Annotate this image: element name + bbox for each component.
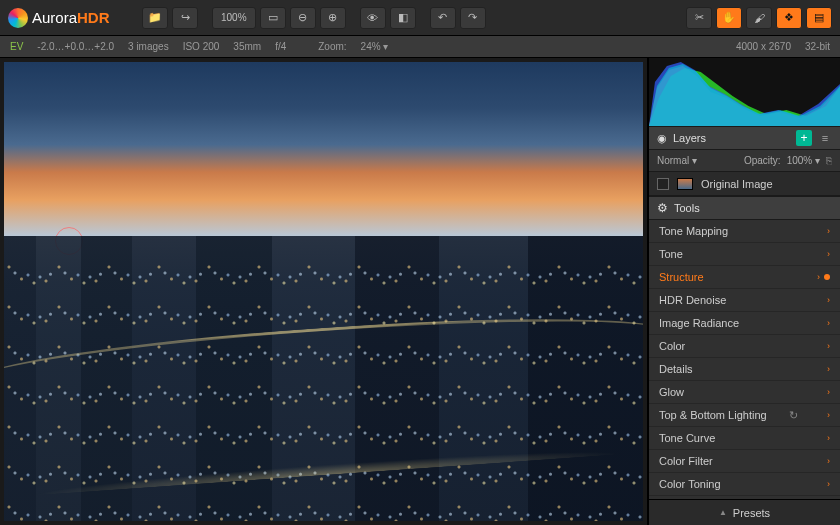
active-dot-icon <box>824 274 830 280</box>
crop-button[interactable]: ✂ <box>686 7 712 29</box>
tool-row-color-toning[interactable]: Color Toning› <box>649 473 840 496</box>
chevron-right-icon: › <box>827 387 830 397</box>
photo-preview <box>4 62 643 521</box>
tool-label: Tone Curve <box>659 432 715 444</box>
tool-row-image-radiance[interactable]: Image Radiance› <box>649 312 840 335</box>
layers-toggle-button[interactable]: ❖ <box>776 7 802 29</box>
zoom-out-icon: ⊖ <box>298 11 307 24</box>
tool-row-structure[interactable]: Structure› <box>649 266 840 289</box>
share-icon: ↪ <box>181 11 190 24</box>
compare-button[interactable]: ◧ <box>390 7 416 29</box>
tool-label: Tone Mapping <box>659 225 728 237</box>
tool-label: Details <box>659 363 693 375</box>
tools-header: Tools <box>649 196 840 220</box>
blend-mode-dropdown[interactable]: Normal ▾ <box>657 155 697 166</box>
preview-button[interactable]: 👁 <box>360 7 386 29</box>
tool-label: HDR Denoise <box>659 294 726 306</box>
undo-icon: ↶ <box>438 11 447 24</box>
fit-screen-button[interactable]: ▭ <box>260 7 286 29</box>
export-button[interactable]: ↪ <box>172 7 198 29</box>
tool-row-glow[interactable]: Glow› <box>649 381 840 404</box>
tool-label: Image Radiance <box>659 317 739 329</box>
right-panel: Layers + ≡ Normal ▾ Opacity: 100% ▾ ⎘ Or… <box>648 58 840 525</box>
image-dimensions: 4000 x 2670 <box>736 41 791 52</box>
fit-icon: ▭ <box>268 11 278 24</box>
tool-row-color[interactable]: Color› <box>649 335 840 358</box>
redo-button[interactable]: ↷ <box>460 7 486 29</box>
image-count: 3 images <box>128 41 169 52</box>
app-logo: AuroraHDR <box>8 4 128 32</box>
tool-label: Color <box>659 340 685 352</box>
redo-icon: ↷ <box>468 11 477 24</box>
chevron-right-icon: › <box>827 341 830 351</box>
image-canvas[interactable] <box>0 58 648 525</box>
panel-icon: ▤ <box>814 11 824 24</box>
chevron-right-icon: › <box>827 364 830 374</box>
ev-values: -2.0…+0.0…+2.0 <box>37 41 114 52</box>
tool-label: Tone <box>659 248 683 260</box>
zoom-in-button[interactable]: ⊕ <box>320 7 346 29</box>
aperture: f/4 <box>275 41 286 52</box>
layer-blend-row: Normal ▾ Opacity: 100% ▾ ⎘ <box>649 150 840 172</box>
layer-thumb <box>677 178 693 190</box>
chevron-right-icon: › <box>827 433 830 443</box>
layer-item[interactable]: Original Image <box>649 172 840 196</box>
layers-title: Layers <box>673 132 706 144</box>
zoom-label: Zoom: <box>318 41 346 52</box>
zoom-out-button[interactable]: ⊖ <box>290 7 316 29</box>
gear-icon <box>657 201 668 215</box>
eye-icon: 👁 <box>367 12 378 24</box>
tool-row-tone-curve[interactable]: Tone Curve› <box>649 427 840 450</box>
tool-label: Color Filter <box>659 455 713 467</box>
logo-text: AuroraHDR <box>32 9 110 26</box>
bit-depth: 32-bit <box>805 41 830 52</box>
tool-row-top-bottom-lighting[interactable]: Top & Bottom Lighting↻› <box>649 404 840 427</box>
tools-list: Tone Mapping›Tone›Structure›HDR Denoise›… <box>649 220 840 499</box>
layers-header: Layers + ≡ <box>649 126 840 150</box>
undo-button[interactable]: ↶ <box>430 7 456 29</box>
tools-title: Tools <box>674 202 700 214</box>
add-layer-button[interactable]: + <box>796 130 812 146</box>
histogram[interactable] <box>649 58 840 126</box>
info-bar: EV -2.0…+0.0…+2.0 3 images ISO 200 35mm … <box>0 36 840 58</box>
folder-icon: 📁 <box>148 11 162 24</box>
layers-menu-button[interactable]: ≡ <box>818 132 832 144</box>
tool-label: Glow <box>659 386 684 398</box>
visibility-icon[interactable] <box>657 132 667 145</box>
link-icon[interactable]: ⎘ <box>826 155 832 166</box>
hand-tool-button[interactable]: ✋ <box>716 7 742 29</box>
tool-row-tone-mapping[interactable]: Tone Mapping› <box>649 220 840 243</box>
tool-row-color-filter[interactable]: Color Filter› <box>649 450 840 473</box>
chevron-right-icon: › <box>827 318 830 328</box>
tool-row-tone[interactable]: Tone› <box>649 243 840 266</box>
chevron-up-icon: ▲ <box>719 508 727 517</box>
zoom-100-button[interactable]: 100% <box>212 7 256 29</box>
tool-label: Structure <box>659 271 704 283</box>
layer-checkbox[interactable] <box>657 178 669 190</box>
chevron-right-icon: › <box>817 272 820 282</box>
chevron-right-icon: › <box>827 295 830 305</box>
zoom-in-icon: ⊕ <box>328 11 337 24</box>
presets-label: Presets <box>733 507 770 519</box>
logo-mark-icon <box>8 8 28 28</box>
scissors-icon: ✂ <box>695 11 704 24</box>
tool-label: Top & Bottom Lighting <box>659 409 767 421</box>
hand-icon: ✋ <box>722 11 736 24</box>
cycle-icon[interactable]: ↻ <box>789 409 798 422</box>
tool-row-hdr-denoise[interactable]: HDR Denoise› <box>649 289 840 312</box>
brush-button[interactable]: 🖌 <box>746 7 772 29</box>
layers-icon: ❖ <box>784 11 794 24</box>
layer-name: Original Image <box>701 178 773 190</box>
main-toolbar: AuroraHDR 📁 ↪ 100% ▭ ⊖ ⊕ 👁 ◧ ↶ ↷ ✂ ✋ 🖌 ❖… <box>0 0 840 36</box>
iso-value: ISO 200 <box>183 41 220 52</box>
opacity-dropdown[interactable]: 100% ▾ <box>787 155 820 166</box>
zoom-value-dropdown[interactable]: 24% ▾ <box>361 41 389 52</box>
compare-icon: ◧ <box>398 11 408 24</box>
presets-toggle[interactable]: ▲ Presets <box>649 499 840 525</box>
ev-label: EV <box>10 41 23 52</box>
panel-toggle-button[interactable]: ▤ <box>806 7 832 29</box>
tool-label: Color Toning <box>659 478 721 490</box>
open-button[interactable]: 📁 <box>142 7 168 29</box>
tool-row-details[interactable]: Details› <box>649 358 840 381</box>
chevron-right-icon: › <box>827 249 830 259</box>
